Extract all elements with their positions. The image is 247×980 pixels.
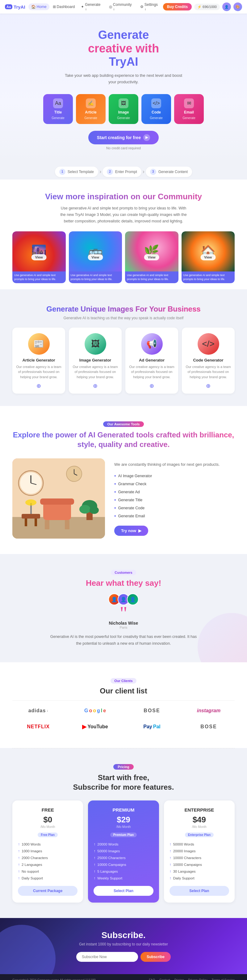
tools-list-item-5: Generate Code — [114, 504, 235, 512]
tools-title: Explore the power of AI Generated tools … — [12, 430, 235, 449]
subscribe-desc: Get instant 1000 by subscribing to our d… — [12, 942, 235, 947]
gallery-item-3: 🌿 View Use generative AI and simple text… — [125, 231, 178, 283]
pricing-cards: FREE $0 /Mo Month Free Plan 1000 Words 1… — [12, 800, 235, 902]
gen-card-action-ad[interactable]: ⊕ — [129, 382, 174, 389]
community-title: View more inspiration on our Community — [12, 192, 235, 201]
gallery-item-1: 🌆 View Use generative AI and simple text… — [12, 231, 66, 283]
svg-point-15 — [79, 505, 91, 514]
room-svg — [12, 458, 105, 539]
enterprise-plan-button[interactable]: Select Plan — [169, 886, 229, 896]
hero-section: Generate creative with TryAI Take your w… — [0, 14, 247, 161]
step-arrow-1: › — [99, 169, 101, 175]
gallery-view-btn-4[interactable]: View — [201, 254, 215, 260]
hero-cta: Start creating for free ▶ No credit card… — [12, 131, 235, 150]
svg-rect-12 — [65, 520, 70, 529]
pricing-badge: Pricing — [113, 764, 133, 770]
hero-subtitle: Take your web app building experience to… — [62, 73, 185, 86]
navbar: Aa TryAI 🏠 Home ⊞ Dashboard ✦ Generate ↓… — [0, 0, 247, 14]
code-icon: </> — [151, 99, 161, 108]
gallery-view-btn-3[interactable]: View — [144, 254, 159, 260]
footer-pricing[interactable]: Pricing — [174, 978, 184, 980]
gallery-view-btn-1[interactable]: View — [32, 254, 46, 260]
footer-contact[interactable]: Contact — [159, 978, 170, 980]
tools-inner: We are constantly thinking of images for… — [12, 458, 235, 539]
tools-list-item-6: Generate Email — [114, 512, 235, 520]
feature-card-image[interactable]: 🖼 Image Generate — [109, 94, 138, 124]
nav-home[interactable]: 🏠 Home — [29, 3, 49, 10]
footer-faq[interactable]: FAQ — [149, 978, 155, 980]
enterprise-features: 50000 Words 20000 Images 10000 Character… — [169, 841, 229, 881]
subscribe-button[interactable]: Subscribe — [140, 952, 171, 962]
gen-card-img-image: 🖼 — [84, 333, 106, 355]
feature-card-article[interactable]: ✍ Article Generate — [76, 94, 105, 124]
gallery-image-3: 🌿 — [125, 231, 178, 272]
tools-list-item-4: Generate Title — [114, 496, 235, 504]
arrow-icon: ▶ — [138, 528, 142, 533]
nav-settings[interactable]: ⚙ Settings ↓ — [137, 1, 163, 12]
nav-community[interactable]: ◎ Community ↓ — [106, 1, 137, 12]
pricing-title: Start with free, Subscribe for more feat… — [12, 773, 235, 792]
nav-links: 🏠 Home ⊞ Dashboard ✦ Generate ↓ ◎ Commun… — [29, 1, 163, 12]
nav-generate[interactable]: ✦ Generate ↓ — [78, 1, 105, 12]
svg-rect-10 — [40, 498, 74, 505]
try-now-button[interactable]: Try now ▶ — [114, 526, 148, 536]
gen-card-action-article[interactable]: ⊕ — [16, 382, 61, 389]
community-section: View more inspiration on our Community U… — [0, 180, 247, 290]
tools-list-item-2: Grammar Check — [114, 480, 235, 488]
hero-title: Generate creative with TryAI — [12, 29, 235, 69]
gen-card-action-code[interactable]: ⊕ — [186, 382, 231, 389]
testimonial-role: Paris — [12, 625, 235, 629]
tools-section: Our Awesome Tools Explore the power of A… — [0, 406, 247, 554]
svg-point-21 — [25, 500, 37, 506]
title-icon: Aa — [53, 99, 63, 108]
unique-title: Generate Unique Images For Your Business — [12, 305, 235, 313]
article-icon: ✍ — [86, 99, 96, 108]
nav-dashboard[interactable]: ⊞ Dashboard — [50, 3, 78, 10]
generator-cards: 📰 Article Generator Our creative agency … — [12, 328, 235, 394]
clients-badge: Our Clients — [110, 678, 136, 684]
logo-icon: Aa — [5, 4, 12, 9]
footer-links: FAQ Contact Pricing Privacy Policy Terms… — [149, 978, 235, 980]
testimonial-title: Hear what they say! — [12, 578, 235, 588]
premium-plan-button[interactable]: Select Plan — [94, 886, 153, 896]
footer-terms[interactable]: Terms of Service — [212, 978, 235, 980]
buy-credits-button[interactable]: Buy Credits — [163, 3, 192, 11]
start-creating-button[interactable]: Start creating for free ▶ — [88, 131, 159, 144]
tools-list-item-3: Generate Ad — [114, 488, 235, 496]
community-desc: Use generative AI and simple text prompt… — [59, 205, 188, 225]
gallery-item-4: 🏠 View Use generative AI and simple text… — [182, 231, 235, 283]
step-1: 1 Select Template — [55, 167, 98, 177]
gen-card-action-image[interactable]: ⊕ — [73, 382, 118, 389]
gallery-view-btn-2[interactable]: View — [88, 254, 103, 260]
client-adidas: adidas ↓ — [12, 705, 64, 716]
svg-rect-18 — [25, 519, 27, 526]
gen-card-ad: 📢 Ad Generator Our creative agency is a … — [125, 328, 178, 394]
testimonial-section: Customers Hear what they say! 👤 👤 👤 " Ni… — [0, 554, 247, 662]
tools-list-item-1: AI Image Generator — [114, 472, 235, 480]
tools-list: AI Image Generator Grammar Check Generat… — [114, 472, 235, 520]
avatar-3: 👤 — [127, 593, 139, 605]
gallery-caption-4: Use generative AI and simple text prompt… — [182, 272, 235, 283]
client-netflix: NETFLIX — [12, 722, 64, 732]
feature-card-email[interactable]: ✉ Email Generate — [174, 94, 204, 124]
nav-avatar-2[interactable]: 🎨 — [233, 2, 242, 11]
gallery-image-1: 🌆 — [12, 231, 66, 272]
tools-badge: Our Awesome Tools — [12, 422, 235, 427]
free-plan-button[interactable]: Current Package — [18, 886, 78, 896]
subscribe-email-input[interactable] — [76, 952, 138, 962]
nav-avatar[interactable]: 👤 — [222, 2, 231, 11]
unique-desc: Generative AI is teaching us that the wa… — [12, 316, 235, 320]
clients-grid: adidas ↓ Google BOSE instagram NETFLIX ▶… — [12, 705, 235, 733]
gallery-image-4: 🏠 — [182, 231, 235, 272]
svg-rect-19 — [35, 519, 37, 526]
gen-card-image: 🖼 Image Generator Our creative agency is… — [69, 328, 122, 394]
client-google: Google — [69, 705, 121, 716]
gen-card-article: 📰 Article Generator Our creative agency … — [12, 328, 65, 394]
feature-card-code[interactable]: </> Code Generate — [142, 94, 171, 124]
svg-rect-17 — [22, 514, 40, 519]
feature-card-title[interactable]: Aa Title Generate — [43, 94, 73, 124]
footer-privacy[interactable]: Privacy Policy — [188, 978, 207, 980]
gen-card-img-article: 📰 — [28, 333, 50, 355]
client-bose-2: BOSE — [183, 722, 235, 732]
nav-logo[interactable]: Aa TryAI — [5, 4, 25, 10]
